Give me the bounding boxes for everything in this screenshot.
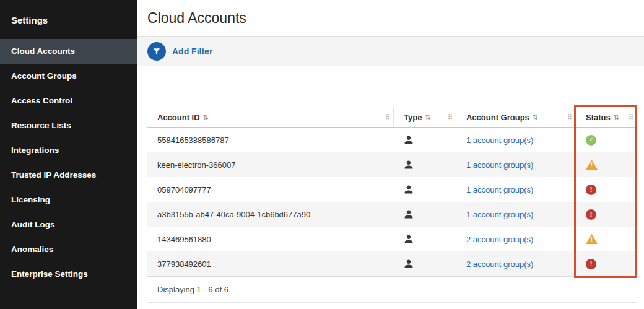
displaying-count-text: Displaying 1 - 6 of 6: [157, 285, 228, 294]
account-id-cell: 143469561880: [147, 227, 394, 251]
sidebar-title: Settings: [0, 0, 137, 39]
status-cell: [576, 152, 637, 177]
status-error-icon: [586, 259, 596, 269]
column-header-type[interactable]: Type ⇅ ⠿: [394, 107, 456, 127]
sort-icon[interactable]: ⇅: [203, 113, 209, 121]
cloud-accounts-table: Account ID ⇅ ⠿ Type ⇅ ⠿ Account Groups ⇅…: [147, 107, 637, 303]
page-title: Cloud Accounts: [137, 0, 644, 27]
status-error-icon: [586, 209, 596, 220]
sort-icon[interactable]: ⇅: [425, 113, 430, 121]
account-groups-cell: 1 account group(s): [456, 202, 576, 227]
column-grip-icon[interactable]: ⠿: [567, 113, 572, 121]
account-groups-cell: 2 account group(s): [456, 227, 576, 251]
status-cell: [576, 202, 637, 227]
type-cell: [394, 251, 456, 276]
account-id-cell: 377938492601: [147, 251, 394, 276]
status-warning-icon: [586, 160, 598, 170]
user-type-icon: [404, 135, 414, 145]
account-groups-cell: 1 account group(s): [456, 152, 576, 177]
type-cell: [394, 202, 456, 227]
type-cell: [394, 227, 456, 251]
status-warning-icon: [586, 234, 598, 244]
account-id-cell: a3b3155b-ab47-40ca-9004-1cb6bd677a90: [147, 202, 394, 227]
column-label: Type: [404, 113, 422, 122]
column-grip-icon[interactable]: ⠿: [385, 113, 389, 121]
table-footer: Displaying 1 - 6 of 6: [147, 276, 637, 303]
table-header-row: Account ID ⇅ ⠿ Type ⇅ ⠿ Account Groups ⇅…: [147, 107, 637, 128]
table-row: a3b3155b-ab47-40ca-9004-1cb6bd677a90 1 a…: [147, 202, 637, 227]
account-id-cell: keen-electron-366007: [147, 152, 394, 177]
sort-icon[interactable]: ⇅: [533, 113, 538, 121]
add-filter-label[interactable]: Add Filter: [172, 46, 212, 56]
account-id-cell: 5584165388586787: [147, 128, 394, 152]
type-cell: [394, 177, 456, 202]
sidebar-item-audit-logs[interactable]: Audit Logs: [0, 212, 137, 237]
user-type-icon: [404, 185, 414, 194]
column-label: Account Groups: [466, 113, 529, 122]
user-type-icon: [404, 160, 414, 170]
column-grip-icon[interactable]: ⠿: [447, 113, 452, 121]
main-content: Cloud Accounts Add Filter Account ID ⇅ ⠿…: [137, 0, 644, 309]
sidebar-item-integrations[interactable]: Integrations: [0, 138, 137, 163]
account-groups-link[interactable]: 2 account group(s): [466, 235, 533, 244]
account-groups-link[interactable]: 1 account group(s): [466, 210, 533, 219]
status-error-icon: [586, 185, 596, 195]
sidebar-item-account-groups[interactable]: Account Groups: [0, 64, 137, 89]
user-type-icon: [404, 209, 414, 219]
column-header-account-groups[interactable]: Account Groups ⇅ ⠿: [456, 107, 576, 127]
account-groups-cell: 1 account group(s): [456, 177, 576, 202]
status-ok-icon: [586, 135, 596, 146]
table-row: 5584165388586787 1 account group(s): [147, 128, 637, 152]
add-filter-button[interactable]: [147, 42, 166, 61]
sidebar-item-access-control[interactable]: Access Control: [0, 89, 137, 113]
type-cell: [394, 128, 456, 152]
filter-bar: Add Filter: [137, 36, 644, 66]
column-label: Status: [586, 113, 611, 122]
table-row: keen-electron-366007 1 account group(s): [147, 152, 637, 177]
table-row: 143469561880 2 account group(s): [147, 227, 637, 251]
account-groups-link[interactable]: 1 account group(s): [466, 136, 533, 145]
account-id-cell: 059704097777: [147, 177, 394, 202]
table-row: 059704097777 1 account group(s): [147, 177, 637, 202]
status-cell: [576, 128, 637, 152]
funnel-icon: [152, 47, 161, 56]
column-grip-icon[interactable]: ⠿: [628, 113, 633, 121]
column-label: Account ID: [157, 113, 200, 122]
user-type-icon: [404, 259, 414, 269]
account-groups-link[interactable]: 2 account group(s): [466, 259, 533, 269]
app-window: Settings Cloud Accounts Account Groups A…: [0, 0, 644, 309]
account-groups-link[interactable]: 1 account group(s): [466, 185, 533, 194]
settings-sidebar: Settings Cloud Accounts Account Groups A…: [0, 0, 137, 309]
sidebar-item-resource-lists[interactable]: Resource Lists: [0, 113, 137, 138]
user-type-icon: [404, 234, 414, 244]
type-cell: [394, 152, 456, 177]
column-header-status[interactable]: Status ⇅ ⠿: [576, 107, 637, 127]
sort-icon[interactable]: ⇅: [614, 113, 619, 121]
status-cell: [576, 251, 637, 276]
account-groups-cell: 1 account group(s): [456, 128, 576, 152]
sidebar-item-trusted-ip-addresses[interactable]: Trusted IP Addresses: [0, 163, 137, 188]
table-row: 377938492601 2 account group(s): [147, 251, 637, 276]
sidebar-item-anomalies[interactable]: Anomalies: [0, 237, 137, 262]
column-header-account-id[interactable]: Account ID ⇅ ⠿: [147, 107, 394, 127]
status-cell: [576, 227, 637, 251]
account-groups-cell: 2 account group(s): [456, 251, 576, 276]
account-groups-link[interactable]: 1 account group(s): [466, 160, 533, 170]
sidebar-item-licensing[interactable]: Licensing: [0, 188, 137, 212]
status-cell: [576, 177, 637, 202]
sidebar-item-cloud-accounts[interactable]: Cloud Accounts: [0, 39, 137, 64]
sidebar-item-enterprise-settings[interactable]: Enterprise Settings: [0, 262, 137, 287]
